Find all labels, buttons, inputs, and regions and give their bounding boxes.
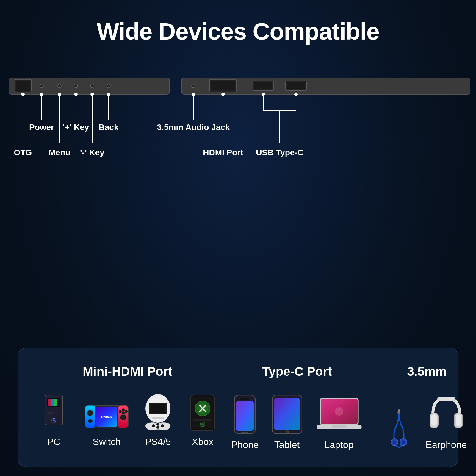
svg-point-60 [122,408,125,411]
svg-rect-66 [151,404,165,413]
svg-rect-13 [254,82,272,89]
svg-rect-49 [85,405,95,428]
svg-point-96 [393,440,396,444]
otg-label: OTG [14,148,32,157]
device-diagram: OTG Power Menu '+' Key '-' Key Back [0,51,476,218]
svg-rect-56 [89,419,91,423]
svg-point-46 [48,412,50,414]
compatible-section: Mini-HDMI Port [18,348,458,467]
usb-type-c-label: USB Type-C [256,148,303,157]
svg-point-69 [156,423,159,426]
device-pc-label: PC [47,436,60,447]
page-title: Wide Devices Compatible [97,18,379,45]
svg-point-59 [119,410,122,413]
svg-rect-78 [194,419,212,420]
device-headphone: Earphone [426,394,467,450]
plus-key-label: '+' Key [63,123,89,132]
svg-point-6 [90,84,94,88]
audio-jack-label: 3.5mm Audio Jack [157,123,230,132]
svg-rect-102 [431,414,437,426]
svg-point-5 [74,84,78,88]
svg-rect-42 [51,399,54,406]
svg-point-54 [88,411,92,415]
svg-rect-83 [240,398,249,400]
typec-title: Type-C Port [262,364,332,379]
device-xbox: Xbox [186,394,219,447]
svg-point-4 [58,84,61,88]
svg-rect-85 [241,432,248,433]
svg-rect-67 [152,417,164,419]
device-switch-label: Switch [93,436,120,447]
menu-label: Menu [48,148,70,157]
minihdmi-title: Mini-HDMI Port [83,364,172,379]
svg-point-70 [161,424,164,427]
minihdmi-column: Mini-HDMI Port [36,364,219,447]
svg-rect-106 [438,397,454,401]
audio-column: 3.5mm [375,364,476,450]
svg-point-7 [107,84,110,88]
svg-point-89 [286,430,289,433]
device-earphone-cable [387,409,411,450]
svg-point-3 [40,84,43,88]
svg-rect-100 [397,412,400,414]
svg-rect-84 [236,401,254,431]
device-earphone-label: Earphone [426,439,467,450]
device-laptop: Laptop [315,397,363,450]
device-phone-label: Phone [231,439,259,450]
svg-point-58 [121,416,125,419]
svg-point-9 [192,84,195,88]
svg-rect-11 [211,81,235,90]
svg-rect-15 [287,82,305,89]
svg-point-92 [335,407,343,416]
svg-rect-0 [9,78,170,94]
svg-point-80 [201,423,204,425]
svg-text:Switch: Switch [101,415,112,419]
minus-key-label: '-' Key [80,148,104,157]
device-pc: PC [36,394,72,447]
svg-point-47 [51,412,53,414]
svg-point-62 [122,411,125,414]
svg-rect-104 [456,414,461,426]
svg-rect-88 [274,398,300,430]
device-ps45-label: PS4/5 [145,436,171,447]
power-label: Power [29,123,54,132]
device-xbox-label: Xbox [192,436,214,447]
svg-point-45 [53,419,55,421]
device-switch: Switch [84,403,130,447]
back-label: Back [99,123,119,132]
svg-point-61 [125,410,128,413]
typec-column: Type-C Port [219,364,375,450]
svg-rect-43 [54,399,57,406]
svg-point-71 [156,426,159,429]
svg-point-68 [152,424,155,427]
device-phone: Phone [231,394,259,450]
device-laptop-label: Laptop [325,439,354,450]
audio-title: 3.5mm [407,364,447,379]
device-ps45: PS4/5 [142,394,174,447]
svg-rect-41 [48,399,51,406]
device-tablet-label: Tablet [274,439,300,450]
svg-rect-94 [332,425,347,428]
hdmi-port-label: HDMI Port [203,148,243,157]
svg-rect-2 [16,81,30,91]
svg-point-98 [402,440,405,444]
device-tablet: Tablet [271,394,303,450]
